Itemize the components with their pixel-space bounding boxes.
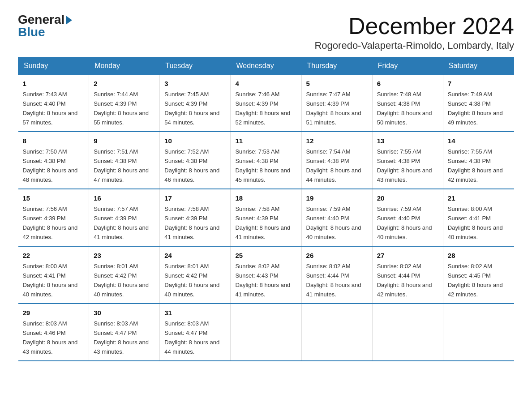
week-row-2: 8Sunrise: 7:50 AMSunset: 4:38 PMDaylight… xyxy=(18,132,514,189)
sunrise-info: Sunrise: 8:00 AM xyxy=(23,263,67,270)
daylight-info: Daylight: 8 hours and 40 minutes. xyxy=(377,224,432,240)
day-cell: 4Sunrise: 7:46 AMSunset: 4:39 PMDaylight… xyxy=(231,75,301,132)
sunset-info: Sunset: 4:40 PM xyxy=(306,215,349,222)
sunset-info: Sunset: 4:38 PM xyxy=(235,158,278,164)
day-cell: 28Sunrise: 8:02 AMSunset: 4:45 PMDayligh… xyxy=(443,246,514,304)
week-row-3: 15Sunrise: 7:56 AMSunset: 4:39 PMDayligh… xyxy=(18,189,514,246)
sunrise-info: Sunrise: 8:03 AM xyxy=(94,320,138,327)
sunrise-info: Sunrise: 8:02 AM xyxy=(448,263,492,270)
sunrise-info: Sunrise: 7:45 AM xyxy=(164,91,209,98)
sunrise-info: Sunrise: 7:51 AM xyxy=(94,148,138,155)
sunset-info: Sunset: 4:39 PM xyxy=(164,100,207,107)
day-cell: 12Sunrise: 7:54 AMSunset: 4:38 PMDayligh… xyxy=(301,132,372,189)
sunset-info: Sunset: 4:38 PM xyxy=(94,158,137,164)
sunrise-info: Sunrise: 8:01 AM xyxy=(164,263,209,270)
day-cell: 16Sunrise: 7:57 AMSunset: 4:39 PMDayligh… xyxy=(89,189,160,246)
sunset-info: Sunset: 4:40 PM xyxy=(23,100,66,107)
sunset-info: Sunset: 4:38 PM xyxy=(448,100,491,107)
day-number: 4 xyxy=(235,78,296,89)
day-number: 12 xyxy=(306,136,368,146)
daylight-info: Daylight: 8 hours and 43 minutes. xyxy=(23,339,78,355)
sunrise-info: Sunrise: 7:44 AM xyxy=(94,91,138,98)
day-number: 20 xyxy=(377,193,438,203)
week-row-5: 29Sunrise: 8:03 AMSunset: 4:46 PMDayligh… xyxy=(18,304,514,361)
day-number: 14 xyxy=(448,136,510,146)
sunrise-info: Sunrise: 8:03 AM xyxy=(164,320,209,327)
day-cell: 20Sunrise: 7:59 AMSunset: 4:40 PMDayligh… xyxy=(372,189,443,246)
daylight-info: Daylight: 8 hours and 41 minutes. xyxy=(235,282,290,298)
sunset-info: Sunset: 4:38 PM xyxy=(306,158,349,164)
logo-general-text: General xyxy=(18,13,64,26)
day-number: 13 xyxy=(377,136,438,146)
day-cell: 21Sunrise: 8:00 AMSunset: 4:41 PMDayligh… xyxy=(443,189,514,246)
daylight-info: Daylight: 8 hours and 50 minutes. xyxy=(377,110,432,126)
sunrise-info: Sunrise: 7:48 AM xyxy=(377,91,421,98)
sunrise-info: Sunrise: 7:59 AM xyxy=(306,206,351,212)
header-cell-wednesday: Wednesday xyxy=(231,57,301,75)
day-number: 5 xyxy=(306,78,368,89)
day-cell: 27Sunrise: 8:02 AMSunset: 4:44 PMDayligh… xyxy=(372,246,443,304)
day-cell: 29Sunrise: 8:03 AMSunset: 4:46 PMDayligh… xyxy=(18,304,89,361)
week-row-1: 1Sunrise: 7:43 AMSunset: 4:40 PMDaylight… xyxy=(18,75,514,132)
day-number: 30 xyxy=(94,308,155,318)
calendar-table: SundayMondayTuesdayWednesdayThursdayFrid… xyxy=(18,57,514,361)
sunset-info: Sunset: 4:38 PM xyxy=(448,158,491,164)
day-number: 29 xyxy=(23,308,85,318)
sunrise-info: Sunrise: 7:58 AM xyxy=(235,206,279,212)
day-number: 28 xyxy=(448,250,510,261)
day-number: 2 xyxy=(94,78,155,89)
day-number: 17 xyxy=(164,193,226,203)
sunrise-info: Sunrise: 7:46 AM xyxy=(235,91,279,98)
daylight-info: Daylight: 8 hours and 42 minutes. xyxy=(23,224,78,240)
daylight-info: Daylight: 8 hours and 49 minutes. xyxy=(448,110,503,126)
daylight-info: Daylight: 8 hours and 48 minutes. xyxy=(23,167,78,183)
day-cell: 1Sunrise: 7:43 AMSunset: 4:40 PMDaylight… xyxy=(18,75,89,132)
sunset-info: Sunset: 4:46 PM xyxy=(23,330,66,336)
daylight-info: Daylight: 8 hours and 42 minutes. xyxy=(448,282,503,298)
sunrise-info: Sunrise: 8:02 AM xyxy=(306,263,351,270)
daylight-info: Daylight: 8 hours and 43 minutes. xyxy=(94,339,149,355)
daylight-info: Daylight: 8 hours and 41 minutes. xyxy=(164,224,219,240)
day-number: 16 xyxy=(94,193,155,203)
daylight-info: Daylight: 8 hours and 55 minutes. xyxy=(94,110,149,126)
day-cell xyxy=(301,304,372,361)
day-cell: 8Sunrise: 7:50 AMSunset: 4:38 PMDaylight… xyxy=(18,132,89,189)
sunrise-info: Sunrise: 7:49 AM xyxy=(448,91,492,98)
daylight-info: Daylight: 8 hours and 42 minutes. xyxy=(377,282,432,298)
day-number: 15 xyxy=(23,193,85,203)
sunrise-info: Sunrise: 7:59 AM xyxy=(377,206,421,212)
sunrise-info: Sunrise: 8:02 AM xyxy=(377,263,421,270)
sunrise-info: Sunrise: 8:01 AM xyxy=(94,263,138,270)
day-cell: 9Sunrise: 7:51 AMSunset: 4:38 PMDaylight… xyxy=(89,132,160,189)
day-cell: 22Sunrise: 8:00 AMSunset: 4:41 PMDayligh… xyxy=(18,246,89,304)
day-number: 10 xyxy=(164,136,226,146)
sunset-info: Sunset: 4:39 PM xyxy=(235,215,278,222)
logo-general: General xyxy=(18,13,72,26)
day-cell: 14Sunrise: 7:55 AMSunset: 4:38 PMDayligh… xyxy=(443,132,514,189)
daylight-info: Daylight: 8 hours and 42 minutes. xyxy=(448,167,503,183)
daylight-info: Daylight: 8 hours and 44 minutes. xyxy=(164,339,219,355)
day-number: 26 xyxy=(306,250,368,261)
day-cell: 19Sunrise: 7:59 AMSunset: 4:40 PMDayligh… xyxy=(301,189,372,246)
month-title: December 2024 xyxy=(314,13,514,39)
daylight-info: Daylight: 8 hours and 52 minutes. xyxy=(235,110,290,126)
sunrise-info: Sunrise: 7:54 AM xyxy=(306,148,351,155)
sunrise-info: Sunrise: 8:02 AM xyxy=(235,263,279,270)
sunrise-info: Sunrise: 7:58 AM xyxy=(164,206,209,212)
daylight-info: Daylight: 8 hours and 40 minutes. xyxy=(94,282,149,298)
sunset-info: Sunset: 4:41 PM xyxy=(448,215,491,222)
header-cell-saturday: Saturday xyxy=(443,57,514,75)
day-cell: 17Sunrise: 7:58 AMSunset: 4:39 PMDayligh… xyxy=(160,189,231,246)
day-cell xyxy=(443,304,514,361)
day-number: 23 xyxy=(94,250,155,261)
sunrise-info: Sunrise: 7:43 AM xyxy=(23,91,67,98)
sunrise-info: Sunrise: 7:57 AM xyxy=(94,206,138,212)
day-cell: 13Sunrise: 7:55 AMSunset: 4:38 PMDayligh… xyxy=(372,132,443,189)
sunrise-info: Sunrise: 8:03 AM xyxy=(23,320,67,327)
sunset-info: Sunset: 4:38 PM xyxy=(23,158,66,164)
sunset-info: Sunset: 4:47 PM xyxy=(164,330,207,336)
daylight-info: Daylight: 8 hours and 40 minutes. xyxy=(306,224,361,240)
sunset-info: Sunset: 4:39 PM xyxy=(94,100,137,107)
daylight-info: Daylight: 8 hours and 41 minutes. xyxy=(235,224,290,240)
sunset-info: Sunset: 4:38 PM xyxy=(377,100,420,107)
